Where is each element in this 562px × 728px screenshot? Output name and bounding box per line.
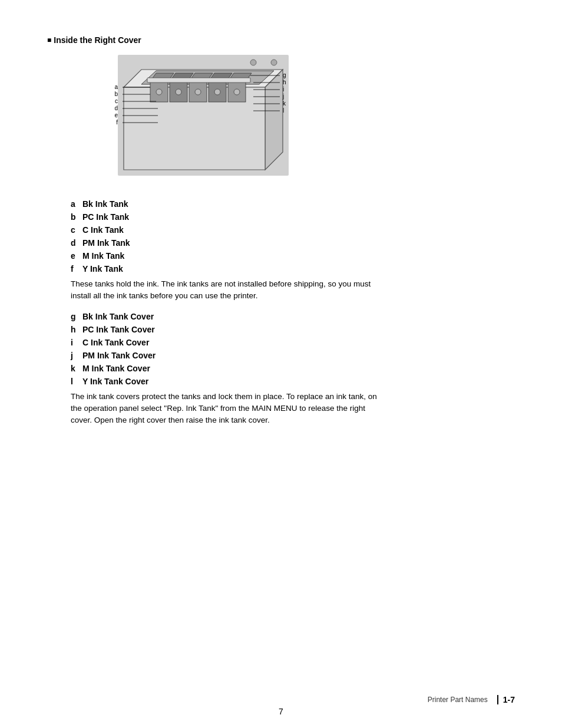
svg-rect-15 (147, 78, 250, 83)
part-name-f: Y Ink Tank (82, 264, 123, 274)
svg-point-18 (195, 89, 201, 95)
footer-section-label: Printer Part Names (428, 696, 488, 704)
part-letter-c: c (71, 225, 82, 235)
svg-text:a: a (114, 84, 118, 90)
part-name-a: Bk Ink Tank (82, 199, 128, 209)
svg-point-22 (271, 60, 277, 65)
part-item-g: g Bk Ink Tank Cover (71, 312, 515, 321)
svg-point-21 (250, 60, 256, 65)
svg-text:e: e (114, 112, 118, 118)
svg-text:d: d (114, 105, 118, 111)
part-item-a: a Bk Ink Tank (71, 199, 515, 209)
part-letter-h: h (71, 325, 82, 334)
svg-text:f: f (116, 119, 118, 126)
part-letter-d: d (71, 238, 82, 248)
part-name-i: C Ink Tank Cover (82, 338, 149, 347)
svg-text:i: i (283, 86, 284, 93)
parts-list-left: a Bk Ink Tank b PC Ink Tank c C Ink Tank… (71, 199, 515, 274)
part-letter-b: b (71, 212, 82, 222)
part-item-h: h PC Ink Tank Cover (71, 325, 515, 334)
diagram-area: a b c d e f g (71, 52, 515, 187)
part-item-i: i C Ink Tank Cover (71, 338, 515, 347)
part-item-k: k M Ink Tank Cover (71, 364, 515, 373)
part-name-h: PC Ink Tank Cover (82, 325, 155, 334)
part-item-l: l Y Ink Tank Cover (71, 377, 515, 386)
svg-point-20 (234, 89, 240, 95)
part-letter-l: l (71, 377, 82, 386)
part-item-f: f Y Ink Tank (71, 264, 515, 274)
part-letter-i: i (71, 338, 82, 347)
part-name-b: PC Ink Tank (82, 212, 129, 222)
diagram-svg: a b c d e f g (71, 52, 306, 187)
part-item-j: j PM Ink Tank Cover (71, 351, 515, 360)
description-1: These tanks hold the ink. The ink tanks … (71, 278, 383, 302)
part-item-c: c C Ink Tank (71, 225, 515, 235)
svg-text:j: j (282, 93, 284, 100)
part-name-e: M Ink Tank (82, 251, 124, 261)
part-item-e: e M Ink Tank (71, 251, 515, 261)
part-name-l: Y Ink Tank Cover (82, 377, 148, 386)
footer-page-ref: 1-7 (497, 695, 515, 704)
section-title: Inside the Right Cover (47, 35, 515, 45)
parts-list-right: g Bk Ink Tank Cover h PC Ink Tank Cover … (71, 312, 515, 386)
part-name-d: PM Ink Tank (82, 238, 130, 248)
part-name-j: PM Ink Tank Cover (82, 351, 156, 360)
part-letter-k: k (71, 364, 82, 373)
svg-text:h: h (283, 79, 286, 85)
part-letter-a: a (71, 199, 82, 209)
svg-text:l: l (283, 107, 284, 114)
svg-marker-2 (265, 70, 283, 170)
svg-point-16 (156, 89, 162, 95)
svg-text:g: g (283, 72, 286, 78)
part-name-k: M Ink Tank Cover (82, 364, 150, 373)
footer: Printer Part Names 1-7 (428, 695, 515, 704)
part-letter-f: f (71, 264, 82, 274)
page-number: 7 (279, 707, 283, 716)
svg-point-17 (176, 89, 181, 95)
description-2: The ink tank covers protect the tanks an… (71, 391, 383, 427)
svg-text:b: b (114, 91, 118, 97)
part-item-b: b PC Ink Tank (71, 212, 515, 222)
part-letter-g: g (71, 312, 82, 321)
svg-text:c: c (115, 98, 118, 104)
part-name-g: Bk Ink Tank Cover (82, 312, 154, 321)
part-name-c: C Ink Tank (82, 225, 124, 235)
part-item-d: d PM Ink Tank (71, 238, 515, 248)
part-letter-e: e (71, 251, 82, 261)
page: Inside the Right Cover (0, 0, 562, 728)
svg-point-19 (214, 89, 220, 95)
part-letter-j: j (71, 351, 82, 360)
